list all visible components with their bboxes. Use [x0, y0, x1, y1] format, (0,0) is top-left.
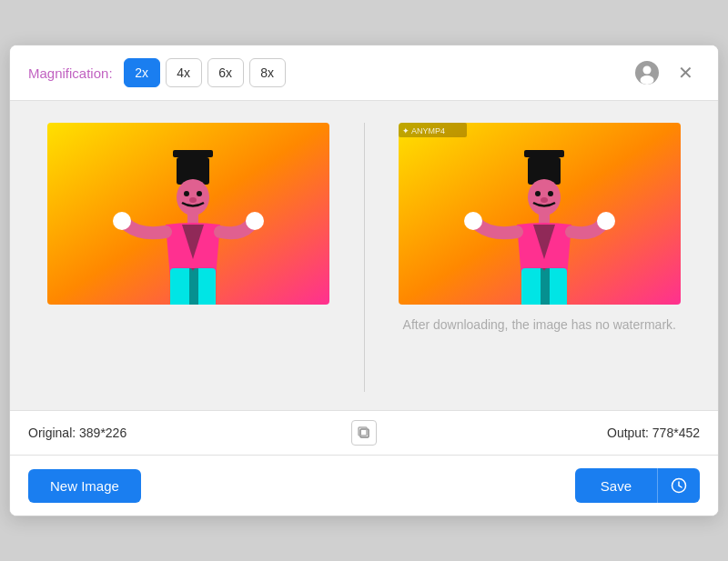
svg-rect-10 [187, 212, 198, 225]
new-image-button[interactable]: New Image [28, 469, 141, 503]
svg-rect-19 [524, 150, 564, 157]
mag-2x-button[interactable]: 2x [124, 58, 160, 87]
svg-point-9 [189, 197, 197, 203]
watermark-notice: After downloading, the image has no wate… [403, 316, 676, 335]
info-bar: Original: 389*226 Output: 778*452 [10, 410, 718, 455]
svg-point-1 [643, 66, 652, 75]
content-area: ✦ ANYMP4 After downloading, the image ha… [10, 101, 718, 410]
svg-point-24 [541, 197, 548, 203]
footer: New Image Save [10, 455, 718, 516]
svg-point-8 [197, 191, 202, 196]
close-button[interactable]: ✕ [671, 58, 700, 87]
header: Magnification: 2x 4x 6x 8x ✕ [10, 45, 718, 101]
user-icon [634, 60, 660, 85]
svg-point-22 [535, 191, 541, 196]
save-history-button[interactable] [657, 468, 700, 503]
original-image-box [47, 123, 329, 305]
magnification-buttons: 2x 4x 6x 8x [124, 58, 286, 87]
svg-point-23 [548, 191, 553, 196]
copy-dimensions-button[interactable] [351, 420, 377, 446]
copy-icon [358, 426, 370, 439]
panel-divider [364, 123, 365, 392]
svg-point-31 [597, 212, 615, 230]
svg-text:✦ ANYMP4: ✦ ANYMP4 [402, 126, 445, 135]
svg-rect-25 [539, 212, 550, 225]
save-group: Save [575, 468, 700, 503]
output-image-box: ✦ ANYMP4 [399, 123, 681, 305]
user-icon-button[interactable] [631, 56, 663, 89]
output-dimensions: Output: 778*452 [377, 426, 700, 440]
mag-4x-button[interactable]: 4x [166, 58, 202, 87]
original-dimensions: Original: 389*226 [28, 426, 351, 440]
svg-point-7 [184, 191, 189, 196]
svg-rect-32 [541, 268, 550, 305]
magnification-label: Magnification: [28, 65, 113, 81]
output-panel: ✦ ANYMP4 After downloading, the image ha… [379, 123, 701, 392]
mag-8x-button[interactable]: 8x [249, 58, 286, 87]
svg-point-2 [641, 75, 654, 85]
output-image: ✦ ANYMP4 [399, 123, 681, 305]
original-panel [28, 123, 349, 392]
svg-rect-4 [173, 150, 213, 157]
history-icon [671, 477, 687, 494]
app-window: Magnification: 2x 4x 6x 8x ✕ [9, 45, 719, 516]
svg-point-16 [246, 212, 264, 230]
save-button[interactable]: Save [575, 468, 657, 503]
mag-6x-button[interactable]: 6x [207, 58, 244, 87]
svg-point-30 [464, 212, 482, 230]
original-image [47, 123, 329, 305]
svg-point-15 [113, 212, 131, 230]
svg-rect-17 [189, 268, 198, 305]
